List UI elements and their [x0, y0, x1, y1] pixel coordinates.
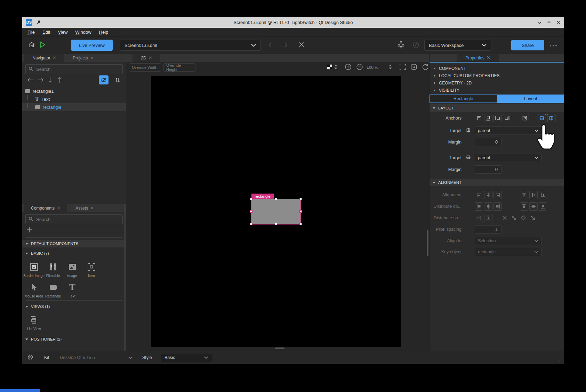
alignment-section-header[interactable]: ALIGNMENT — [430, 179, 564, 186]
components-search[interactable] — [25, 214, 123, 224]
canvas-horizontal-scrollbar[interactable] — [275, 348, 284, 349]
move-up-icon[interactable] — [55, 75, 65, 84]
move-left-icon[interactable] — [26, 75, 35, 84]
distribute-top-button[interactable] — [520, 202, 528, 211]
tab-close-icon[interactable] — [90, 206, 94, 211]
close-icon[interactable] — [556, 20, 561, 25]
tab-close-icon[interactable] — [57, 206, 60, 211]
menu-item-file[interactable]: File — [24, 28, 39, 36]
distribute-none-icon[interactable] — [500, 214, 509, 222]
navigator-search[interactable] — [25, 64, 123, 74]
align-top-button[interactable] — [520, 191, 528, 199]
tab-2d[interactable]: 2D — [133, 54, 160, 62]
live-preview-button[interactable]: Live Preview — [71, 40, 113, 51]
component-item[interactable]: Item — [82, 260, 101, 278]
run-project-icon[interactable] — [38, 41, 47, 50]
group-views[interactable]: VIEWS (1) — [22, 303, 126, 310]
selection-handle[interactable] — [250, 210, 252, 213]
selection-handle[interactable] — [250, 223, 252, 225]
add-module-icon[interactable] — [26, 227, 33, 234]
minimize-icon[interactable] — [537, 20, 542, 25]
sort-order-icon[interactable] — [113, 75, 122, 84]
canvas-vertical-scrollbar[interactable] — [427, 230, 428, 256]
component-rectangle[interactable]: Rectangle — [43, 280, 63, 298]
zoom-in-icon[interactable] — [345, 64, 352, 72]
distribute-spacing-vertical-button[interactable] — [484, 214, 492, 222]
distribute-right-button[interactable] — [493, 202, 502, 211]
anchor-right-button[interactable] — [503, 114, 511, 122]
anchor-horizontal-center-button[interactable] — [547, 114, 555, 122]
align-right-button[interactable] — [493, 191, 502, 199]
section-visibility[interactable]: VISIBILITY — [430, 87, 564, 94]
fit-to-screen-icon[interactable] — [399, 64, 406, 72]
distribute-center-horizontal-button[interactable] — [484, 202, 492, 211]
anchor-vertical-center-button[interactable] — [538, 114, 546, 122]
move-down-icon[interactable] — [45, 75, 55, 84]
distribute-spacing-horizontal-button[interactable] — [475, 214, 483, 222]
workspace-selector[interactable]: Basic Workspace — [424, 40, 491, 51]
key-object-dropdown[interactable]: rectangle — [475, 248, 542, 256]
home-icon[interactable] — [28, 41, 35, 50]
menu-item-view[interactable]: View — [54, 28, 71, 36]
tree-item-text[interactable]: T Text — [22, 95, 126, 103]
component-mouse-area[interactable]: Mouse Area — [24, 280, 43, 298]
subtab-layout[interactable]: Layout — [497, 95, 564, 103]
distribute-center-vertical-button[interactable] — [529, 202, 538, 211]
navigator-search-input[interactable] — [35, 66, 120, 72]
pixel-spacing-input[interactable]: 1 — [475, 225, 501, 234]
back-icon[interactable] — [268, 41, 273, 49]
align-bottom-button[interactable] — [539, 191, 547, 199]
distribute-origin-bottom-right-icon[interactable] — [529, 214, 537, 222]
share-button[interactable]: Share — [511, 40, 544, 50]
anchor-top-button[interactable] — [475, 114, 483, 122]
anchor-left-button[interactable] — [493, 114, 502, 122]
menu-item-window[interactable]: Window — [71, 28, 95, 36]
anchor-bottom-button[interactable] — [484, 114, 492, 122]
kit-selector[interactable]: Desktop Qt 5.15.5 — [60, 355, 133, 360]
design-surface[interactable]: rectangle — [151, 76, 401, 347]
forward-icon[interactable] — [283, 41, 288, 49]
target1-dropdown[interactable]: parent — [475, 126, 542, 135]
move-right-icon[interactable] — [35, 75, 45, 84]
distribute-bottom-button[interactable] — [539, 202, 547, 211]
tab-navigator[interactable]: Navigator — [24, 54, 64, 62]
background-spinner-icon[interactable] — [334, 65, 337, 71]
align-center-horizontal-button[interactable] — [484, 191, 492, 199]
section-local-custom-properties[interactable]: LOCAL CUSTOM PROPERTIES — [430, 72, 564, 79]
components-scrollbar[interactable] — [124, 204, 126, 351]
anchor-fill-button[interactable] — [521, 114, 529, 122]
code-view-icon[interactable] — [412, 41, 420, 50]
tab-assets[interactable]: Assets — [67, 204, 102, 212]
selection-handle[interactable] — [275, 198, 277, 200]
selection-handle[interactable] — [250, 198, 252, 200]
override-width-field[interactable]: Override Width — [129, 63, 161, 72]
selection-handle[interactable] — [299, 223, 302, 225]
tab-components[interactable]: Components — [24, 204, 67, 212]
close-document-icon[interactable] — [298, 42, 305, 49]
margin2-input[interactable]: 0 — [475, 165, 501, 174]
menu-item-edit[interactable]: Edit — [39, 28, 54, 36]
tab-close-icon[interactable] — [53, 56, 56, 60]
zoom-spinner-icon[interactable] — [389, 65, 392, 71]
margin1-input[interactable]: 0 — [475, 138, 501, 146]
align-center-vertical-button[interactable] — [529, 191, 538, 199]
maximize-icon[interactable] — [547, 20, 551, 25]
override-height-field[interactable]: Override Height — [163, 63, 195, 72]
align-left-button[interactable] — [475, 191, 483, 199]
show-hidden-icon[interactable] — [99, 75, 109, 84]
open-file-selector[interactable]: Screen01.ui.qml — [120, 40, 261, 51]
selected-rectangle[interactable] — [251, 199, 300, 224]
share-nodes-icon[interactable] — [398, 41, 404, 50]
tab-close-icon[interactable] — [487, 56, 490, 60]
layout-section-header[interactable]: LAYOUT — [430, 104, 564, 112]
tab-close-icon[interactable] — [90, 56, 94, 60]
distribute-left-button[interactable] — [475, 202, 483, 211]
component-list-view[interactable]: List View — [24, 313, 43, 331]
component-flickable[interactable]: Flickable — [43, 260, 63, 278]
background-color-icon[interactable] — [327, 65, 332, 71]
selection-handle[interactable] — [275, 223, 277, 225]
group-basic[interactable]: BASIC (7) — [22, 250, 126, 257]
distribute-origin-center-icon[interactable] — [519, 214, 528, 222]
menu-item-help[interactable]: Help — [95, 28, 112, 36]
selection-handle[interactable] — [299, 198, 302, 200]
